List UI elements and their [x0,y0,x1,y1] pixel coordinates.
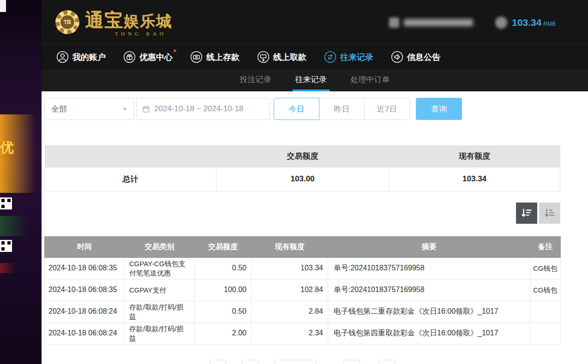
nav-item-announcements[interactable]: 信息公告 [391,51,440,63]
cell-balance: 2.34 [252,322,328,344]
user-icon [56,51,69,63]
background-window-fragment [0,0,6,12]
sort-desc-icon [521,207,533,219]
pagination-first-button[interactable] [210,360,226,364]
cell-type: CGPAY支付 [125,279,195,301]
record-tabs: 投注记录 往来记录 处理中订单 [42,69,588,91]
cell-type: 存款/取款/打码/损益 [125,322,195,344]
cell-summary: 电子钱包第二重存款彩金《次日16:00领取》_1017 [328,301,530,322]
background-graphic [0,263,16,273]
summary-header-empty [45,145,216,167]
notification-dot [174,49,176,52]
deposit-icon [190,51,203,63]
records-table: 时间 交易类别 交易额度 现有额度 摘要 备注 2024-10-18 06:08… [44,236,561,345]
site-logo[interactable]: TB 通宝娱乐城 TONG BAO [55,7,172,36]
cell-note [530,322,561,344]
nav-item-my-account[interactable]: 我的账户 [56,51,106,63]
cell-balance: 2.84 [252,301,328,322]
chevron-down-icon: ▼ [122,106,127,112]
summary-total-label: 总计 [45,167,216,191]
logo-name-main: 通宝 [85,10,124,30]
site-header: TB 通宝娱乐城 TONG BAO 103.34RMB [42,0,588,44]
cell-summary: 电子钱包第四重取款彩金《次日16:00领取》_1017 [328,322,530,344]
user-avatar [389,18,399,28]
col-note: 备注 [530,236,561,257]
coin-icon [495,17,507,29]
announcement-icon [391,51,403,63]
cell-time: 2024-10-18 06:08:24 [45,322,125,344]
desktop-background: 优 [0,0,42,364]
nav-item-promotions[interactable]: 优惠中心 [123,51,173,63]
cell-time: 2024-10-18 06:08:35 [45,279,125,301]
cell-note: CG钱包 [530,257,561,279]
cell-time: 2024-10-18 06:08:35 [45,257,125,279]
tab-processing-orders[interactable]: 处理中订单 [348,69,393,91]
quick-last7days-button[interactable]: 近7日 [364,98,410,120]
summary-total-balance: 103.34 [389,167,560,191]
nav-item-online-deposit[interactable]: 线上存款 [190,51,240,63]
tab-betting-records[interactable]: 投注记录 [237,69,274,91]
browser-page: TB 通宝娱乐城 TONG BAO 103.34RMB [42,0,588,364]
pagination-last-button[interactable] [378,360,395,364]
col-amount: 交易额度 [195,236,252,257]
summary-header-row: 交易额度 现有额度 [45,145,560,167]
col-type: 交易类别 [125,236,195,257]
nav-item-online-withdrawal[interactable]: 线上取款 [257,51,306,63]
table-row: 2024-10-18 06:08:35 CGPAY-CG钱包支付笔笔送优惠 0.… [45,257,561,279]
cell-balance: 102.84 [252,279,328,301]
pagination-next-button[interactable] [343,360,360,364]
username-redacted [404,19,473,26]
cell-type: CGPAY-CG钱包支付笔笔送优惠 [125,257,195,279]
cell-amount: 0.50 [195,257,252,279]
quick-today-button[interactable]: 今日 [274,98,319,120]
screen: 优 TB 通宝娱乐城 TONG BAO [0,0,588,364]
sort-ascending-button[interactable] [539,203,560,224]
logo-text: 通宝娱乐城 TONG BAO [85,7,172,36]
summary-header-balance: 现有额度 [389,145,560,167]
cell-amount: 2.00 [195,322,252,344]
transfer-records-icon [324,51,336,63]
calendar-icon [142,105,150,113]
account-area: 103.34RMB [389,17,556,29]
sort-descending-button[interactable] [516,203,537,224]
content-area: 全部 ▼ 2024-10-18 ~ 2024-10-18 今日 昨日 近7日 查… [42,91,588,364]
query-button[interactable]: 查询 [416,98,462,120]
filter-row: 全部 ▼ 2024-10-18 ~ 2024-10-18 今日 昨日 近7日 查… [44,98,560,120]
logo-name-sub: 娱乐城 [124,13,172,30]
sort-asc-icon [544,207,556,219]
pagination [44,360,560,364]
tab-transaction-records[interactable]: 往来记录 [293,69,330,91]
balance-amount: 103.34RMB [512,17,556,28]
background-qr-code [0,240,12,252]
quick-date-group: 今日 昨日 近7日 [274,98,410,120]
balance-currency: RMB [543,21,556,27]
main-nav: 我的账户 优惠中心 线上存款 线上取款 往来记录 信息公告 [42,44,588,69]
summary-table: 交易额度 现有额度 总计 103.00 103.34 [44,145,560,191]
chip-label: TB [60,14,75,30]
summary-header-transaction: 交易额度 [216,145,389,167]
withdraw-icon [257,51,270,63]
type-select[interactable]: 全部 ▼ [44,98,134,120]
quick-yesterday-button[interactable]: 昨日 [319,98,365,120]
table-row: 2024-10-18 06:08:35 CGPAY支付 100.00 102.8… [45,279,561,301]
gift-icon [123,51,136,63]
summary-total-transaction: 103.00 [216,167,389,191]
background-graphic [0,216,28,236]
background-qr-code [0,197,12,209]
date-range-input[interactable]: 2024-10-18 ~ 2024-10-18 [136,98,270,120]
cell-note: CG钱包 [530,279,561,301]
col-time: 时间 [45,236,125,257]
cell-note [530,301,561,322]
background-banner-text: 优 [0,138,14,157]
cell-summary: 单号:202410183757169958 [328,257,530,279]
pagination-prev-button[interactable] [242,360,258,364]
pagination-page-select[interactable] [274,360,317,364]
sort-controls [44,203,560,224]
cell-type: 存款/取款/打码/损益 [125,301,195,322]
table-row: 2024-10-18 06:08:24 存款/取款/打码/损益 0.50 2.8… [45,301,561,322]
nav-item-transaction-records[interactable]: 往来记录 [324,51,373,63]
records-header-row: 时间 交易类别 交易额度 现有额度 摘要 备注 [45,236,561,257]
summary-total-row: 总计 103.00 103.34 [45,167,560,191]
date-range-value: 2024-10-18 ~ 2024-10-18 [154,104,243,113]
table-row: 2024-10-18 06:08:24 存款/取款/打码/损益 2.00 2.3… [45,322,561,344]
